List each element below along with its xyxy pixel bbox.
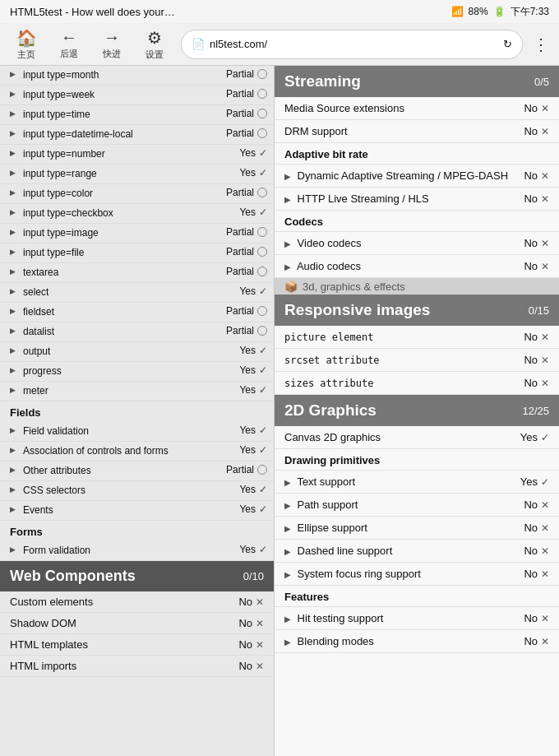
right-feature-status: Yes✓ xyxy=(520,431,549,443)
feature-row[interactable]: ▶ input type=file Partial xyxy=(0,243,274,263)
wc-row[interactable]: Shadow DOM No✕ xyxy=(0,613,274,634)
expand-arrow: ▶ xyxy=(10,169,16,177)
battery-icon: 🔋 xyxy=(493,6,506,17)
menu-button[interactable]: ⋮ xyxy=(529,31,552,58)
feature-row[interactable]: ▶ input type=checkbox Yes✓ xyxy=(0,204,274,224)
expand-arrow: ▶ xyxy=(10,267,16,276)
right-feature-name: Canvas 2D graphics xyxy=(284,431,520,443)
forward-button[interactable]: → 快进 xyxy=(92,26,132,62)
feature-row[interactable]: ▶ input type=month Partial xyxy=(0,66,274,86)
expand-arrow: ▶ xyxy=(10,307,16,315)
right-feature-name: ▶ Ellipse support xyxy=(284,522,524,534)
status-yes: Yes xyxy=(239,364,256,376)
status-yes: Yes xyxy=(239,444,256,456)
settings-button[interactable]: ⚙ 设置 xyxy=(135,26,174,63)
feature-row[interactable]: ▶ Form validation Yes✓ xyxy=(0,541,274,561)
status-no: No xyxy=(524,237,538,249)
settings-icon: ⚙ xyxy=(147,28,162,48)
right-feature-name: srcset attribute xyxy=(284,354,524,366)
status-indicators: 📶 88% 🔋 下午7:33 xyxy=(451,5,549,19)
feature-row[interactable]: ▶ meter Yes✓ xyxy=(0,382,274,401)
expand-arrow: ▶ xyxy=(10,90,16,98)
feature-row[interactable]: ▶ input type=range Yes✓ xyxy=(0,165,274,184)
feature-row[interactable]: ▶ input type=week Partial xyxy=(0,86,274,105)
home-button[interactable]: 🏠 主页 xyxy=(7,26,46,63)
responsive-images-header: Responsive images 0/15 xyxy=(275,295,559,326)
circle-icon xyxy=(257,109,267,118)
right-feature-row: ▶ HTTP Live Streaming / HLS No✕ xyxy=(275,188,559,211)
right-feature-row: ▶ Text support Yes✓ xyxy=(275,471,559,494)
status-partial: Partial xyxy=(226,226,254,238)
status-no: No xyxy=(524,192,538,205)
back-button[interactable]: ← 后退 xyxy=(49,26,89,62)
battery-level: 88% xyxy=(469,6,488,17)
feature-status: Yes✓ xyxy=(239,544,267,555)
refresh-icon[interactable]: ↻ xyxy=(503,38,512,50)
cross-icon: ✕ xyxy=(541,126,549,137)
feature-name: output xyxy=(23,345,239,359)
feature-row[interactable]: ▶ textarea Partial xyxy=(0,263,274,283)
right-feature-name: ▶ HTTP Live Streaming / HLS xyxy=(284,192,524,205)
right-feature-status: No✕ xyxy=(524,635,549,647)
feature-status: Yes✓ xyxy=(239,424,267,436)
feature-row[interactable]: ▶ input type=color Partial xyxy=(0,184,274,204)
feature-name: fieldset xyxy=(23,305,226,319)
feature-row[interactable]: ▶ Other attributes Partial xyxy=(0,461,274,481)
right-feature-name: ▶ Dashed line support xyxy=(284,545,524,557)
feature-row[interactable]: ▶ Association of controls and forms Yes✓ xyxy=(0,442,274,461)
circle-icon xyxy=(257,306,267,316)
feature-name: Field validation xyxy=(23,424,239,438)
fields-section-header: Fields xyxy=(0,401,274,422)
right-feature-status: No✕ xyxy=(524,331,549,343)
right-feature-row: ▶ Hit testing support No✕ xyxy=(275,607,559,630)
right-feature-row: Media Source extensions No✕ xyxy=(275,97,559,120)
expand-arrow: ▶ xyxy=(10,129,16,137)
wc-row[interactable]: HTML imports No✕ xyxy=(0,656,274,677)
feature-row[interactable]: ▶ output Yes✓ xyxy=(0,342,274,362)
feature-name: progress xyxy=(23,364,239,378)
cross-icon: ✕ xyxy=(541,378,549,389)
status-yes: Yes xyxy=(239,147,256,159)
feature-status: Yes✓ xyxy=(239,384,267,396)
status-yes: Yes xyxy=(520,475,538,488)
feature-row[interactable]: ▶ input type=datetime-local Partial xyxy=(0,125,274,145)
status-yes: Yes xyxy=(239,484,256,495)
sub-arrow-icon: ▶ xyxy=(284,501,291,510)
address-bar[interactable]: 📄 nl5test.com/ ↻ xyxy=(181,30,523,59)
wc-row[interactable]: HTML templates No✕ xyxy=(0,634,274,656)
right-subsection-header: Features xyxy=(275,586,559,607)
circle-icon xyxy=(257,69,267,79)
feature-row[interactable]: ▶ progress Yes✓ xyxy=(0,362,274,382)
expand-arrow: ▶ xyxy=(10,188,16,197)
wc-feature-name: Shadow DOM xyxy=(10,617,238,629)
wc-row[interactable]: Custom elements No✕ xyxy=(0,591,274,613)
feature-row[interactable]: ▶ Field validation Yes✓ xyxy=(0,422,274,442)
right-feature-row: DRM support No✕ xyxy=(275,120,559,143)
feature-row[interactable]: ▶ input type=image Partial xyxy=(0,224,274,243)
cross-icon: ✕ xyxy=(256,661,264,672)
feature-row[interactable]: ▶ select Yes✓ xyxy=(0,283,274,303)
graphics-effects-section: 📦 3d, graphics & effects xyxy=(275,278,559,295)
check-icon: ✓ xyxy=(259,206,267,218)
expand-arrow: ▶ xyxy=(10,228,16,236)
wc-feature-name: Custom elements xyxy=(10,596,238,608)
right-feature-name: ▶ Dynamic Adaptive Streaming / MPEG-DASH xyxy=(284,169,524,182)
feature-status: Partial xyxy=(226,246,267,257)
cross-icon: ✕ xyxy=(541,522,549,534)
feature-row[interactable]: ▶ datalist Partial xyxy=(0,322,274,342)
cross-icon: ✕ xyxy=(541,499,549,511)
wc-feature-status: No✕ xyxy=(238,638,264,651)
forms-label: Forms xyxy=(10,526,43,538)
feature-row[interactable]: ▶ input type=number Yes✓ xyxy=(0,145,274,165)
circle-icon xyxy=(257,267,267,276)
wc-feature-name: HTML templates xyxy=(10,638,238,651)
page-title: HTML5test - How well does your… xyxy=(10,6,175,18)
cross-icon: ✕ xyxy=(541,613,549,624)
feature-row[interactable]: ▶ input type=time Partial xyxy=(0,105,274,125)
feature-status: Yes✓ xyxy=(239,444,267,456)
feature-row[interactable]: ▶ CSS selectors Yes✓ xyxy=(0,481,274,501)
feature-row[interactable]: ▶ Events Yes✓ xyxy=(0,501,274,521)
feature-row[interactable]: ▶ fieldset Partial xyxy=(0,303,274,322)
right-feature-status: No✕ xyxy=(524,354,549,366)
wc-feature-status: No✕ xyxy=(238,660,264,672)
